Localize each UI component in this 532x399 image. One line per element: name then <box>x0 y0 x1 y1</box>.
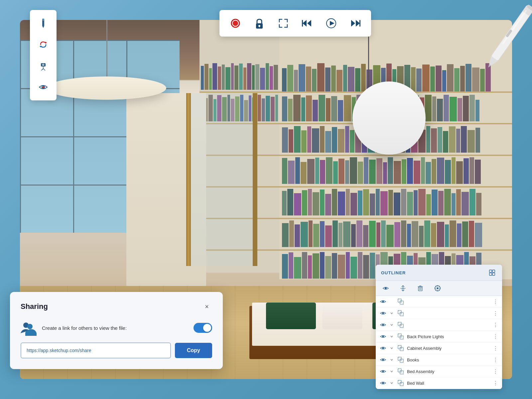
svg-point-64 <box>382 382 384 384</box>
outliner-title: OUTLINER <box>381 270 406 275</box>
outliner-item-label-books: Books <box>407 357 490 362</box>
outliner-eye-serving-bowl[interactable] <box>380 310 386 317</box>
sharing-toggle-switch[interactable] <box>194 323 212 333</box>
play-button[interactable] <box>321 13 342 34</box>
outliner-obj-icon-books <box>397 356 404 363</box>
svg-rect-59 <box>398 357 401 360</box>
outliner-chevron-bed-assembly[interactable] <box>389 369 394 374</box>
outliner-obj-icon-viking-stove <box>397 321 404 329</box>
left-toolbar <box>30 10 57 100</box>
svg-rect-44 <box>398 299 401 302</box>
svg-rect-31 <box>489 273 492 275</box>
outliner-item-viking-stove[interactable]: ⋮ <box>376 319 502 331</box>
sharing-dialog: Sharing × Create a link for others to vi… <box>10 292 223 369</box>
svg-rect-28 <box>359 20 360 27</box>
outliner-item-bed-wall[interactable]: Bed Wall ⋮ <box>376 377 502 389</box>
outliner-more-viking-stove[interactable]: ⋮ <box>493 322 498 328</box>
sharing-close-button[interactable]: × <box>201 301 212 312</box>
outliner-item-label-bed-assembly: Bed Assembly <box>407 369 490 374</box>
svg-point-33 <box>385 287 387 289</box>
sharing-copy-button[interactable]: Copy <box>175 343 212 358</box>
outliner-chevron-back-picture-lights[interactable] <box>389 334 394 339</box>
outliner-chevron-viking-stove[interactable] <box>389 322 394 328</box>
sharing-url-input[interactable] <box>21 342 171 358</box>
svg-rect-53 <box>398 334 401 337</box>
record-button[interactable] <box>225 13 246 34</box>
outliner-eye-bed-wall[interactable] <box>380 380 386 386</box>
outliner-eye-bed-assembly[interactable] <box>380 368 386 375</box>
outliner-more-back-picture-lights[interactable]: ⋮ <box>493 333 498 340</box>
outliner-delete-icon[interactable] <box>416 284 425 293</box>
svg-point-61 <box>382 370 384 372</box>
svg-point-55 <box>382 347 384 349</box>
outliner-eye-back-picture-lights[interactable] <box>380 333 386 340</box>
outliner-chevron-books[interactable] <box>389 357 394 362</box>
outliner-more-bed-assembly[interactable]: ⋮ <box>493 368 498 375</box>
outliner-chevron-bed-wall[interactable] <box>389 380 394 386</box>
fast-forward-button[interactable] <box>344 13 366 34</box>
outliner-item-books[interactable]: Books ⋮ <box>376 354 502 366</box>
svg-rect-23 <box>302 20 303 27</box>
orbit-tool-button[interactable] <box>33 34 54 55</box>
svg-marker-5 <box>40 46 41 48</box>
outliner-item-shelf[interactable]: ⋮ <box>376 296 502 308</box>
shelf-divider-6 <box>279 249 512 251</box>
outliner-eye-cabinet-assembly[interactable] <box>380 345 386 351</box>
outliner-item-serving-bowl[interactable]: ⋮ <box>376 308 502 319</box>
svg-rect-47 <box>398 311 401 314</box>
outliner-chevron-serving-bowl[interactable] <box>389 311 394 316</box>
svg-rect-57 <box>400 347 403 351</box>
pillow-center <box>323 303 362 329</box>
outliner-more-books[interactable]: ⋮ <box>493 357 498 363</box>
svg-marker-1 <box>42 26 44 28</box>
book-row-4 <box>279 157 512 184</box>
toggle-knob <box>203 324 211 332</box>
svg-line-11 <box>43 68 45 70</box>
outliner-visibility-toggle[interactable] <box>381 284 390 293</box>
shelf-divider-3 <box>279 155 512 156</box>
outliner-more-serving-bowl[interactable]: ⋮ <box>493 310 498 317</box>
outliner-item-label-back-picture-lights: Back Picture Lights <box>407 334 490 339</box>
outliner-more-shelf[interactable]: ⋮ <box>493 299 498 305</box>
outliner-more-cabinet-assembly[interactable]: ⋮ <box>493 345 498 351</box>
outliner-item-back-picture-lights[interactable]: Back Picture Lights ⋮ <box>376 331 502 342</box>
camera-tool-button[interactable] <box>33 55 54 76</box>
svg-point-58 <box>382 359 384 360</box>
svg-point-52 <box>382 335 384 337</box>
outliner-eye-viking-stove[interactable] <box>380 322 386 328</box>
svg-point-49 <box>382 324 384 326</box>
outliner-obj-icon-bed-assembly <box>397 368 404 375</box>
svg-rect-62 <box>398 369 401 372</box>
outliner-item-label-cabinet-assembly: Cabinet Assembly <box>407 346 490 351</box>
svg-rect-50 <box>398 322 401 326</box>
outliner-eye-books[interactable] <box>380 356 386 363</box>
svg-rect-32 <box>492 273 495 275</box>
outliner-chevron-cabinet-assembly[interactable] <box>389 345 394 351</box>
pencil-tool-button[interactable] <box>33 13 54 34</box>
outliner-eye-shelf[interactable] <box>380 298 386 305</box>
sharing-url-row: Copy <box>21 342 212 358</box>
outliner-settings-icon[interactable] <box>433 284 442 293</box>
back-shelf-1 <box>200 91 279 93</box>
outliner-collapse-all[interactable] <box>398 284 408 293</box>
svg-point-17 <box>233 21 238 26</box>
outliner-obj-icon-serving-bowl <box>397 310 404 317</box>
svg-rect-30 <box>492 270 495 272</box>
svg-rect-45 <box>400 301 403 304</box>
back-book-row-1 <box>200 63 279 90</box>
svg-marker-25 <box>330 21 334 26</box>
eye-tool-button[interactable] <box>33 76 54 98</box>
outliner-item-bed-assembly[interactable]: Bed Assembly ⋮ <box>376 366 502 377</box>
svg-rect-71 <box>526 4 532 11</box>
sharing-toggle-row: Create a link for others to view the fil… <box>21 320 212 336</box>
svg-rect-70 <box>522 5 532 16</box>
fullscreen-button[interactable] <box>273 13 294 34</box>
outliner-item-cabinet-assembly[interactable]: Cabinet Assembly ⋮ <box>376 342 502 354</box>
lock-button[interactable] <box>249 13 270 34</box>
sharing-dialog-header: Sharing × <box>21 301 212 312</box>
outliner-more-bed-wall[interactable]: ⋮ <box>493 380 498 386</box>
rewind-button[interactable] <box>297 13 318 34</box>
outliner-collapse-icon[interactable] <box>487 268 497 277</box>
svg-point-43 <box>382 301 384 302</box>
outliner-items-container: ⋮ ⋮ <box>376 296 502 389</box>
